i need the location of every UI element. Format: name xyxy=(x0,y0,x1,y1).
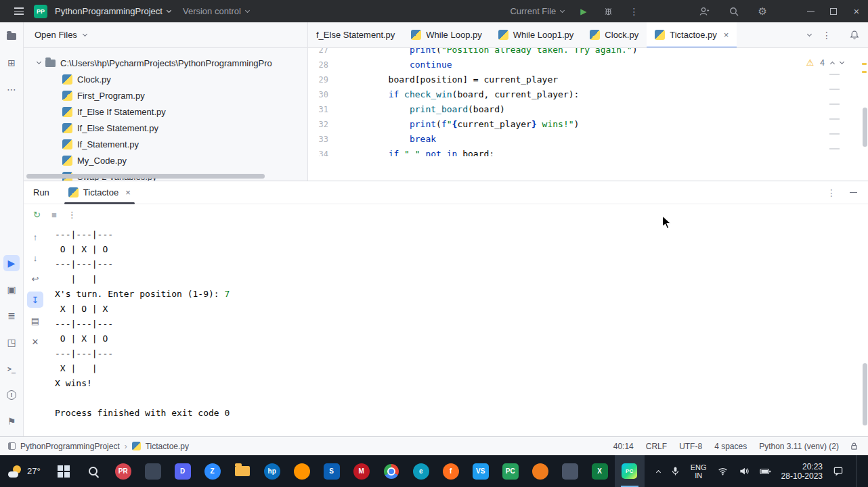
search-everywhere-button[interactable] xyxy=(722,3,745,20)
editor-tab[interactable]: While Loop1.py xyxy=(490,22,582,47)
excel-taskbar-button[interactable]: X xyxy=(585,455,615,487)
tool-window-icon[interactable] xyxy=(8,442,16,450)
indent[interactable]: 4 spaces xyxy=(714,442,747,451)
language-indicator[interactable]: ENG IN xyxy=(691,463,707,480)
editor-tab[interactable]: f_Else Statement.py xyxy=(308,22,403,47)
vcs-selector[interactable]: Version control xyxy=(177,3,255,20)
rerun-icon[interactable]: ↻ xyxy=(33,210,41,220)
battery-icon[interactable] xyxy=(760,467,771,476)
bookmarks-icon[interactable]: ⚑ xyxy=(3,413,20,430)
editor-tab[interactable]: While Loop.py xyxy=(403,22,490,47)
project-root[interactable]: C:\Users\hp\PycharmProjects\PythonProgra… xyxy=(24,55,307,71)
more-tool-windows-icon[interactable]: ⋯ xyxy=(3,81,20,97)
settings-button[interactable]: ⚙ xyxy=(752,3,773,20)
window-maximize-button[interactable] xyxy=(822,0,845,22)
project-hscrollbar-thumb[interactable] xyxy=(26,174,265,179)
interpreter[interactable]: Python 3.11 (venv) (2) xyxy=(759,442,839,451)
mcafee-taskbar-button[interactable]: M xyxy=(347,455,376,487)
close-run-tab-icon[interactable]: × xyxy=(125,187,131,198)
show-desktop-button[interactable] xyxy=(856,455,860,487)
stop-icon[interactable]: ■ xyxy=(51,210,57,220)
scroll-to-end-icon[interactable]: ↧ xyxy=(27,292,43,308)
firefox-taskbar-button[interactable]: f xyxy=(436,455,466,487)
wifi-icon[interactable] xyxy=(717,466,729,476)
main-menu-button[interactable] xyxy=(8,3,30,20)
project-file[interactable]: If_Statement.py xyxy=(24,136,307,152)
vscode-taskbar-button[interactable]: VS xyxy=(466,455,496,487)
discord-taskbar-button[interactable]: D xyxy=(168,455,198,487)
next-problem-icon[interactable] xyxy=(840,59,844,64)
terminal-icon[interactable]: >_ xyxy=(3,361,20,377)
editor[interactable]: 2728293031323334 print("Position already… xyxy=(308,48,868,181)
print-icon[interactable]: ▤ xyxy=(27,312,43,329)
project-folder-icon[interactable] xyxy=(3,28,20,45)
editor-tab[interactable]: Clock.py xyxy=(582,22,647,47)
console-scrollbar-thumb[interactable] xyxy=(863,363,867,425)
run-config-selector[interactable]: Current File xyxy=(504,3,570,20)
notifications-bell-button[interactable] xyxy=(849,30,860,41)
project-logo[interactable]: PP xyxy=(34,5,47,18)
inspection-widget[interactable]: ⚠ 4 xyxy=(806,57,844,68)
encoding[interactable]: UTF-8 xyxy=(679,442,702,451)
chrome-taskbar-button[interactable] xyxy=(376,455,406,487)
volume-icon[interactable] xyxy=(739,466,750,476)
pc-app-taskbar-button[interactable]: PC xyxy=(496,455,525,487)
myhp-taskbar-button[interactable]: hp xyxy=(257,455,287,487)
caret-position[interactable]: 40:14 xyxy=(613,442,634,451)
project-file[interactable]: If_Else Statement.py xyxy=(24,120,307,136)
project-file[interactable]: My_Code.py xyxy=(24,152,307,168)
firefox-nightly-taskbar-button[interactable] xyxy=(287,455,317,487)
project-selector[interactable]: PythonProgrammingProject xyxy=(49,3,177,20)
window-minimize-button[interactable] xyxy=(799,0,822,22)
tree-expand-icon[interactable] xyxy=(37,60,41,64)
console-output[interactable]: ---|---|--- O | X | O---|---|--- | |X's … xyxy=(47,225,868,436)
structure-icon[interactable]: ⊞ xyxy=(3,55,20,71)
problems-icon[interactable]: ! xyxy=(3,387,20,403)
pycharm-taskbar-button[interactable]: PC xyxy=(615,455,645,487)
ms-store-taskbar-button[interactable]: S xyxy=(317,455,347,487)
action-center-icon[interactable] xyxy=(833,466,844,476)
app-slate-taskbar-button[interactable] xyxy=(555,455,585,487)
code-with-me-button[interactable] xyxy=(693,3,716,20)
app-pr-taskbar-button[interactable]: PR xyxy=(108,455,138,487)
window-close-button[interactable]: × xyxy=(845,0,868,22)
app-orange-taskbar-button[interactable] xyxy=(525,455,555,487)
weather-widget[interactable]: 27° xyxy=(5,465,49,478)
line-separator[interactable]: CRLF xyxy=(646,442,667,451)
clock[interactable]: 20:23 28-10-2023 xyxy=(781,462,823,481)
editor-scrollbar-thumb[interactable] xyxy=(863,108,867,147)
edge-taskbar-button[interactable]: e xyxy=(406,455,436,487)
project-file[interactable]: If_Else If Statement.py xyxy=(24,103,307,120)
python-console-icon[interactable]: ◳ xyxy=(3,334,20,350)
down-stack-trace-icon[interactable]: ↓ xyxy=(27,250,43,266)
services-icon[interactable]: ≣ xyxy=(3,308,20,324)
project-file[interactable]: First_Program.py xyxy=(24,87,307,103)
search-taskbar-button[interactable] xyxy=(79,455,108,487)
project-file[interactable]: Clock.py xyxy=(24,71,307,87)
breadcrumb-project[interactable]: PythonProgrammingProject xyxy=(20,442,120,451)
more-actions-button[interactable]: ⋮ xyxy=(624,3,645,20)
python-packages-icon[interactable]: ▣ xyxy=(3,281,20,298)
close-tab-icon[interactable]: × xyxy=(724,30,729,40)
run-panel-options-icon[interactable]: ⋮ xyxy=(827,187,836,198)
run-icon[interactable]: ▶ xyxy=(3,255,20,271)
clear-all-icon[interactable]: ✕ xyxy=(27,333,43,350)
up-stack-trace-icon[interactable]: ↑ xyxy=(27,229,43,245)
tab-options-kebab-icon[interactable]: ⋮ xyxy=(822,30,831,41)
more-options-icon[interactable]: ⋮ xyxy=(68,210,77,220)
zoom-taskbar-button[interactable]: Z xyxy=(198,455,227,487)
debug-button[interactable] xyxy=(597,3,620,20)
folder-taskbar-button[interactable] xyxy=(227,455,257,487)
microphone-icon[interactable] xyxy=(670,466,680,476)
open-files-header[interactable]: Open Files xyxy=(24,22,308,47)
hidden-tabs-chevron-icon[interactable] xyxy=(807,31,812,36)
hide-panel-icon[interactable] xyxy=(850,192,857,193)
tray-expand-icon[interactable] xyxy=(656,469,661,474)
editor-tab[interactable]: Tictactoe.py× xyxy=(647,22,737,47)
prev-problem-icon[interactable] xyxy=(830,61,835,66)
breadcrumb-file[interactable]: Tictactoe.py xyxy=(146,442,189,451)
run-button[interactable]: ▶ xyxy=(574,3,592,20)
lock-icon[interactable] xyxy=(850,442,859,450)
soft-wrap-icon[interactable]: ↩ xyxy=(27,271,43,287)
file-explorer-taskbar-button[interactable] xyxy=(138,455,168,487)
